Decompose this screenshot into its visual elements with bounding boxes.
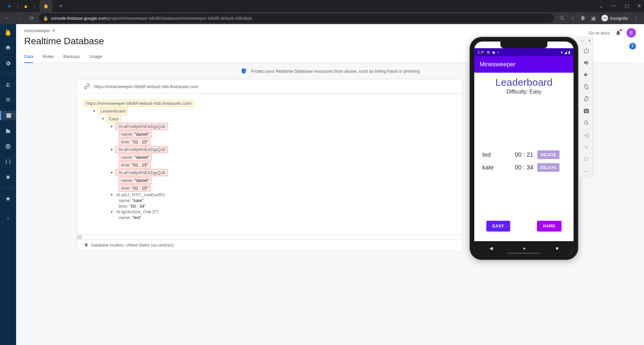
emulator-rotate-right-icon[interactable] — [579, 93, 593, 105]
horizontal-scrollbar[interactable] — [77, 234, 462, 239]
firebase-sidebar: › — [0, 24, 16, 345]
tree-leaf[interactable]: name: "daniel" — [119, 131, 152, 138]
sidebar-expand-icon[interactable]: › — [0, 214, 16, 223]
tree-node-id[interactable]: -N-aGJ_H7t7_zswExuRU — [115, 192, 165, 197]
window-minimize-icon[interactable]: — — [611, 3, 616, 9]
android-emulator: 1:31 ⚙ ◉ ▪ ▾ ◢ ▮ Minesweeper Leaderboard… — [470, 37, 578, 260]
emulator-minimize-icon[interactable]: — — [579, 37, 586, 44]
reading-list-icon[interactable]: ▣ — [591, 15, 596, 21]
window-caret-icon[interactable]: ⌄ — [599, 3, 603, 9]
tree-caret-icon[interactable]: ▼ — [101, 117, 105, 121]
database-card: https://minesweeper-b6d9f-default-rtdb.f… — [77, 79, 463, 251]
nav-back-icon[interactable]: ← — [3, 13, 12, 23]
sidebar-database-icon[interactable] — [0, 111, 16, 120]
firebase-logo-icon[interactable] — [5, 28, 11, 37]
onedrive-tab-icon[interactable]: ● — [7, 3, 12, 9]
emulator-close-icon[interactable]: ✕ — [586, 37, 593, 44]
sidebar-home-icon[interactable] — [0, 43, 16, 52]
nav-forward-icon[interactable]: → — [15, 13, 24, 23]
firebase-tab-icon[interactable] — [40, 0, 52, 12]
emulator-screenshot-icon[interactable] — [579, 105, 593, 117]
svg-rect-5 — [6, 115, 11, 116]
browser-menu-icon[interactable]: ⋮ — [633, 15, 639, 21]
tree-root[interactable]: https://minesweeper-b6d9f-default-rtdb.f… — [84, 100, 194, 107]
nav-home-icon[interactable]: ● — [523, 246, 526, 251]
sidebar-settings-icon[interactable] — [0, 58, 16, 68]
status-battery-icon: ▮ — [568, 50, 570, 55]
tree-node-easy[interactable]: Easy — [107, 115, 121, 122]
emulator-volume-down-icon[interactable] — [579, 69, 593, 81]
tab-backups[interactable]: Backups — [63, 51, 80, 63]
emulator-rotate-left-icon[interactable] — [579, 81, 593, 93]
emulator-more-icon[interactable]: ⋯ — [579, 165, 593, 177]
notifications-icon[interactable] — [615, 30, 621, 36]
tree-caret-icon[interactable]: ▼ — [110, 125, 114, 128]
search-icon[interactable] — [559, 15, 565, 21]
hard-button[interactable]: HARD — [537, 221, 561, 231]
docs-link[interactable]: Go to docs — [589, 30, 610, 36]
nav-reload-icon[interactable]: ⟳ — [27, 13, 36, 23]
tree-leaf[interactable]: time: "00 : 34" — [119, 204, 146, 209]
breadcrumb[interactable]: minesweeper ▼ — [24, 28, 636, 33]
nav-back-icon[interactable]: ◀ — [489, 246, 493, 251]
tree-caret-icon[interactable]: ▼ — [110, 210, 114, 214]
tree-caret-icon[interactable]: ▼ — [110, 148, 114, 151]
tree-caret-icon[interactable]: ▼ — [110, 193, 114, 197]
emulator-zoom-icon[interactable] — [579, 117, 593, 129]
emulator-overview-icon[interactable]: □ — [579, 153, 593, 165]
window-close-icon[interactable]: ✕ — [637, 3, 641, 9]
svg-line-1 — [563, 19, 564, 20]
tree-leaf[interactable]: name: "kate" — [119, 198, 144, 203]
sidebar-ml-icon[interactable] — [0, 172, 16, 182]
easy-button[interactable]: EASY — [486, 221, 510, 231]
user-avatar[interactable]: E — [627, 28, 636, 38]
tree-leaf[interactable]: name: "ted" — [119, 215, 141, 220]
sidebar-functions-icon[interactable] — [0, 157, 16, 166]
emulator-back-icon[interactable]: ◁ — [579, 129, 593, 141]
tree-leaf[interactable]: time: "01 : 15" — [119, 185, 151, 192]
delete-button[interactable]: DELETE — [537, 163, 559, 172]
delete-button[interactable]: DELETE — [537, 150, 559, 159]
help-icon[interactable]: ? — [629, 43, 636, 50]
tab-usage[interactable]: Usage — [90, 51, 102, 63]
sidebar-extensions-icon[interactable] — [0, 194, 16, 204]
drive-tab-icon[interactable]: ▲ — [23, 3, 29, 9]
extensions-icon[interactable] — [580, 15, 586, 21]
nav-recents-icon[interactable]: ■ — [556, 246, 558, 251]
tree-node-id[interactable]: -N-aFrsMjvKhE4ZqyQJ4 — [115, 169, 168, 176]
sidebar-storage-icon[interactable] — [0, 126, 16, 136]
sidebar-firestore-icon[interactable] — [0, 95, 16, 105]
sidebar-auth-icon[interactable] — [0, 80, 16, 89]
shield-icon — [240, 68, 247, 74]
tree-node-id[interactable]: -N-aFrsMjvKhE4ZqyQJ4 — [115, 146, 168, 153]
url-input[interactable]: 🔒 console.firebase.google.com /project/m… — [39, 13, 554, 23]
sidebar-hosting-icon[interactable] — [0, 142, 16, 151]
location-pin-icon — [84, 243, 89, 248]
tree-node-leaderboard[interactable]: LeaderBoard — [98, 108, 128, 115]
tree-leaf[interactable]: time: "01 : 15" — [119, 138, 151, 145]
leaderboard-subtitle: Difficulty: Easy — [478, 89, 570, 95]
svg-point-3 — [8, 83, 10, 85]
emulator-home-icon[interactable]: ○ — [579, 141, 593, 153]
bookmark-star-icon[interactable]: ☆ — [570, 15, 575, 21]
status-shield-icon: ◉ — [492, 50, 495, 55]
tab-data[interactable]: Data — [24, 51, 33, 63]
tree-node-id[interactable]: -N-fgUkxSh4_l7r4rJT7 — [115, 209, 159, 214]
tab-rules[interactable]: Rules — [43, 51, 54, 63]
leaderboard-row: ted 00 : 21 DELETE — [478, 148, 570, 161]
tree-leaf[interactable]: name: "daniel" — [119, 177, 152, 184]
emulator-power-icon[interactable] — [579, 45, 593, 57]
emulator-volume-up-icon[interactable] — [579, 57, 593, 69]
status-gear-icon: ⚙ — [487, 50, 490, 55]
new-tab-button[interactable]: + — [59, 3, 63, 10]
tree-node-id[interactable]: -N-aFrsMjvKhE4ZqyQJ4 — [115, 123, 168, 130]
window-maximize-icon[interactable]: ◻ — [625, 3, 629, 9]
chevron-down-icon: ▼ — [52, 29, 55, 32]
tree-caret-icon[interactable]: ▼ — [110, 171, 114, 175]
app-bar: Minesweeper — [474, 56, 574, 73]
tree-leaf[interactable]: name: "daniel" — [119, 154, 152, 161]
browser-address-bar: ← → ⟳ 🔒 console.firebase.google.com /pro… — [0, 12, 644, 24]
tree-leaf[interactable]: time: "01 : 15" — [119, 161, 151, 168]
link-icon[interactable] — [84, 83, 90, 89]
tree-caret-icon[interactable]: ▼ — [93, 109, 97, 113]
